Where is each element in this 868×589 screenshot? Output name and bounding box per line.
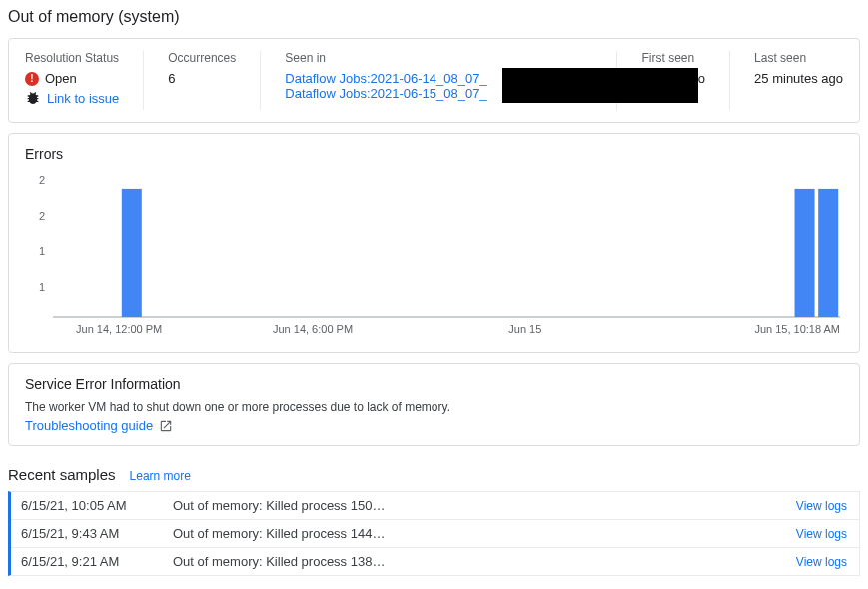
sample-row: 6/15/21, 9:21 AMOut of memory: Killed pr… — [11, 548, 859, 575]
service-error-description: The worker VM had to shut down one or mo… — [25, 400, 843, 414]
sample-time: 6/15/21, 9:43 AM — [21, 526, 173, 541]
svg-text:2: 2 — [39, 210, 45, 222]
chart-bar — [122, 189, 142, 317]
sample-time: 6/15/21, 10:05 AM — [21, 498, 173, 513]
view-logs-link[interactable]: View logs — [796, 555, 847, 569]
errors-chart: 2211Jun 14, 12:00 PMJun 14, 6:00 PMJun 1… — [25, 172, 843, 341]
occurrences-label: Occurrences — [168, 51, 236, 65]
seen-in-block: Seen in Dataflow Jobs:2021-06-14_08_07_ … — [285, 51, 617, 110]
bug-icon — [25, 90, 41, 106]
external-link-icon — [159, 419, 173, 433]
link-to-issue[interactable]: Link to issue — [47, 91, 119, 106]
resolution-status-value: Open — [45, 71, 77, 86]
service-error-title: Service Error Information — [25, 376, 843, 392]
errors-chart-title: Errors — [25, 146, 843, 162]
errors-chart-card: Errors 2211Jun 14, 12:00 PMJun 14, 6:00 … — [8, 133, 860, 353]
svg-text:Jun 14, 6:00 PM: Jun 14, 6:00 PM — [273, 323, 353, 335]
learn-more-link[interactable]: Learn more — [130, 469, 191, 483]
first-seen-label: First seen — [641, 51, 705, 65]
sample-message: Out of memory: Killed process 144… — [173, 526, 796, 541]
error-icon: ! — [25, 72, 39, 86]
seen-in-label: Seen in — [285, 51, 592, 65]
occurrences-block: Occurrences 6 — [168, 51, 261, 110]
view-logs-link[interactable]: View logs — [796, 527, 847, 541]
sample-message: Out of memory: Killed process 138… — [173, 554, 796, 569]
sample-time: 6/15/21, 9:21 AM — [21, 554, 173, 569]
page-title: Out of memory (system) — [8, 8, 860, 26]
svg-text:Jun 15: Jun 15 — [508, 323, 541, 335]
last-seen-value: 25 minutes ago — [754, 71, 843, 86]
redacted-block — [502, 68, 698, 103]
recent-samples-title: Recent samples — [8, 466, 116, 483]
sample-row: 6/15/21, 9:43 AMOut of memory: Killed pr… — [11, 520, 859, 548]
svg-text:Jun 14, 12:00 PM: Jun 14, 12:00 PM — [76, 323, 162, 335]
view-logs-link[interactable]: View logs — [796, 499, 847, 513]
resolution-status-block: Resolution Status ! Open Link to issue — [25, 51, 144, 110]
occurrences-value: 6 — [168, 71, 236, 86]
chart-bar — [795, 189, 815, 317]
recent-samples-header: Recent samples Learn more — [8, 466, 860, 483]
sample-row: 6/15/21, 10:05 AMOut of memory: Killed p… — [11, 492, 859, 520]
chart-bar — [818, 189, 838, 317]
service-error-card: Service Error Information The worker VM … — [8, 363, 860, 446]
svg-text:1: 1 — [39, 245, 45, 257]
svg-text:1: 1 — [39, 281, 45, 293]
recent-samples-table: 6/15/21, 10:05 AMOut of memory: Killed p… — [8, 491, 860, 576]
svg-text:2: 2 — [39, 174, 45, 186]
last-seen-block: Last seen 25 minutes ago — [754, 51, 843, 110]
seen-in-link[interactable]: Dataflow Jobs:2021-06-14_08_07_ — [285, 71, 486, 86]
troubleshooting-guide-link[interactable]: Troubleshooting guide — [25, 418, 153, 433]
sample-message: Out of memory: Killed process 150… — [173, 498, 796, 513]
seen-in-link[interactable]: Dataflow Jobs:2021-06-15_08_07_ — [285, 86, 486, 101]
last-seen-label: Last seen — [754, 51, 843, 65]
resolution-status-label: Resolution Status — [25, 51, 119, 65]
svg-text:Jun 15, 10:18 AM: Jun 15, 10:18 AM — [754, 323, 840, 335]
summary-card: Resolution Status ! Open Link to issue O… — [8, 38, 860, 123]
